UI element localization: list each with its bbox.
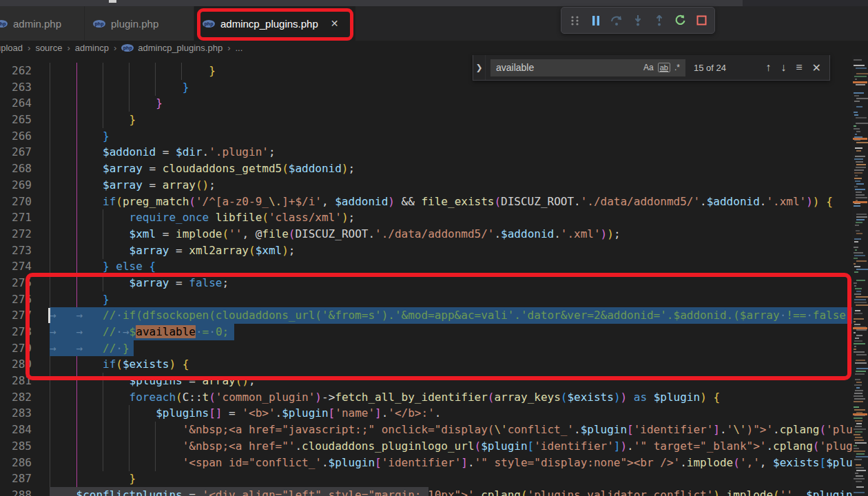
code-line-288[interactable]: 288 $conflictplugins = '<div align="left… (0, 487, 852, 496)
breadcrumb-separator-icon: › (67, 43, 70, 53)
pause-icon[interactable] (588, 12, 604, 29)
code-line-263[interactable]: 263 } (0, 79, 852, 96)
line-number: 279 (0, 340, 32, 357)
drag-handle-icon[interactable] (566, 12, 583, 29)
breadcrumb-item-more[interactable]: ... (235, 43, 242, 53)
tab-label: admin.php (13, 18, 61, 30)
minimap[interactable] (852, 55, 868, 496)
line-number: 264 (0, 95, 32, 112)
line-number: 265 (0, 112, 32, 128)
line-number: 283 (0, 405, 32, 422)
vscode-window: phpadmin.phpphpplugin.phpphpadmincp_plug… (0, 0, 868, 496)
code-line-265[interactable]: 265 } (0, 112, 852, 128)
step-into-icon[interactable] (630, 12, 646, 29)
breadcrumb-item-admincp[interactable]: admincp (75, 43, 109, 53)
code-line-281[interactable]: 281 $plugins = array(); (0, 373, 852, 389)
code-line-264[interactable]: 264 } (0, 95, 852, 112)
breadcrumb[interactable]: upload›source›admincp›phpadmincp_plugins… (0, 41, 868, 55)
line-number: 270 (0, 194, 32, 210)
code-line-268[interactable]: 268 $array = cloudaddons_getmd5($addonid… (0, 161, 852, 177)
editor-tab-bar: phpadmin.phpphpplugin.phpphpadmincp_plug… (0, 6, 868, 41)
line-number: 267 (0, 144, 32, 161)
step-out-icon[interactable] (651, 12, 668, 29)
code-line-267[interactable]: 267 $addonid = $dir.'.plugin'; (0, 144, 852, 161)
tab-admin.php[interactable]: phpadmin.php (0, 6, 84, 41)
debug-toolbar (561, 7, 715, 34)
line-number: 285 (0, 438, 32, 455)
titlebar-dark-segment (743, 0, 868, 6)
code-line-275[interactable]: 275 $array = false; (0, 275, 852, 291)
code-line-280[interactable]: 280 if($exists) { (0, 356, 852, 373)
find-input[interactable]: available Aa ab .* (490, 59, 685, 76)
find-in-selection-icon[interactable]: ≡ (796, 61, 802, 74)
code-line-271[interactable]: 271 require_once libfile('class/xml'); (0, 209, 852, 226)
code-line-266[interactable]: 266 } (0, 128, 852, 145)
breadcrumb-item-file[interactable]: admincp_plugins.php (138, 43, 223, 53)
breadcrumb-item-source[interactable]: source (35, 43, 62, 53)
find-close-icon[interactable]: ✕ (812, 61, 821, 74)
line-number: 274 (0, 258, 32, 275)
match-case-icon[interactable]: Aa (641, 61, 657, 74)
line-number: 268 (0, 161, 32, 177)
tab-admincp_plugins.php[interactable]: phpadmincp_plugins.php✕ (194, 6, 355, 41)
code-line-277[interactable]: 277→ → //·if(dfsockopen(cloudaddons_url(… (0, 307, 852, 324)
restart-icon[interactable] (672, 12, 689, 29)
find-next-icon[interactable]: ↓ (781, 61, 786, 74)
step-over-icon[interactable] (608, 12, 625, 29)
whole-word-icon[interactable]: ab (658, 63, 670, 72)
tab-label: plugin.php (111, 18, 158, 30)
code-line-283[interactable]: 283 $plugins[] = '<b>'.$plugin['name'].'… (0, 405, 852, 422)
regex-icon[interactable]: .* (672, 61, 683, 74)
find-previous-icon[interactable]: ↑ (765, 61, 771, 74)
line-number: 276 (0, 291, 32, 308)
line-number: 286 (0, 455, 32, 471)
line-number: 288 (0, 487, 32, 496)
tab-label: admincp_plugins.php (220, 18, 318, 30)
code-line-276[interactable]: 276 } (0, 291, 852, 308)
tab-plugin.php[interactable]: phpplugin.php (85, 6, 194, 41)
code-line-270[interactable]: 270 if(preg_match('/^[a-z0-9_\.]+$/i', $… (0, 194, 852, 210)
code-line-286[interactable]: 286 '<span id="conflict_'.$plugin['ident… (0, 455, 852, 471)
line-number: 263 (0, 79, 32, 96)
line-number: 275 (0, 275, 32, 291)
find-query-text[interactable]: available (496, 62, 639, 73)
line-number: 284 (0, 422, 32, 438)
code-line-278[interactable]: 278→ → //·→$available·=·0; (0, 324, 852, 340)
breadcrumb-separator-icon: › (114, 43, 116, 53)
find-widget: ❯ available Aa ab .* 15 of 24 ↑ ↓ ≡ ✕ (473, 55, 830, 81)
line-number: 266 (0, 128, 32, 145)
line-number: 262 (0, 63, 32, 79)
line-number: 277 (0, 307, 32, 324)
code-line-285[interactable]: 285 '&nbsp;<a href="'.cloudaddons_plugin… (0, 438, 852, 455)
php-file-icon: php (203, 20, 215, 28)
code-lines[interactable]: 262 }263 }264 }265 }266 }267 $addonid = … (0, 63, 852, 496)
find-match-highlight: available (136, 325, 196, 338)
line-number: 280 (0, 356, 32, 373)
php-file-icon: php (93, 20, 105, 28)
code-line-279[interactable]: 279→ → //·} (0, 340, 852, 357)
line-number: 278 (0, 324, 32, 340)
window-titlebar (0, 0, 868, 6)
line-number: 271 (0, 209, 32, 226)
stop-icon[interactable] (693, 12, 710, 29)
tab-close-icon[interactable]: ✕ (331, 19, 339, 28)
breadcrumb-item-upload[interactable]: upload (0, 43, 23, 53)
breadcrumb-separator-icon: › (28, 43, 30, 53)
line-number: 287 (0, 471, 32, 487)
code-line-282[interactable]: 282 foreach(C::t('common_plugin')->fetch… (0, 389, 852, 406)
code-viewport[interactable]: 262 }263 }264 }265 }266 }267 $addonid = … (0, 55, 852, 496)
line-number: 269 (0, 177, 32, 194)
window-title-fragment (109, 0, 116, 3)
code-editor[interactable]: 262 }263 }264 }265 }266 }267 $addonid = … (0, 55, 868, 496)
php-file-icon: php (121, 44, 134, 52)
code-line-269[interactable]: 269 $array = array(); (0, 177, 852, 194)
code-line-274[interactable]: 274 } else { (0, 258, 852, 275)
code-line-273[interactable]: 273 $array = xml2array($xml); (0, 242, 852, 259)
find-results-count: 15 of 24 (694, 63, 726, 73)
php-file-icon: php (0, 20, 8, 28)
line-number: 273 (0, 242, 32, 259)
code-line-272[interactable]: 272 $xml = implode('', @file(DISCUZ_ROOT… (0, 226, 852, 242)
find-toggle-replace-chevron-icon[interactable]: ❯ (473, 55, 486, 80)
code-line-287[interactable]: 287 } (0, 471, 852, 487)
code-line-284[interactable]: 284 '&nbsp;<a href="javascript:;" onclic… (0, 422, 852, 438)
